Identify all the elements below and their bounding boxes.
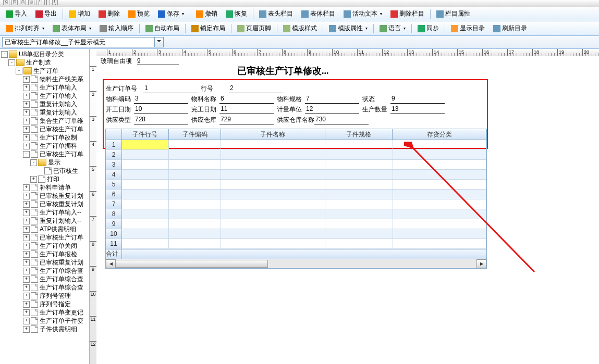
lock-layout-button[interactable]: 锁定布局 — [188, 22, 229, 34]
grid-cell[interactable] — [221, 209, 325, 219]
tpl-style-button[interactable]: 模版样式 — [279, 22, 321, 34]
scroll-left-button[interactable]: ◀ — [106, 259, 116, 268]
field-value[interactable]: 3 — [134, 95, 188, 104]
expand-icon[interactable]: + — [23, 276, 30, 283]
expand-icon[interactable]: + — [23, 259, 30, 266]
grid-cell[interactable] — [169, 180, 221, 190]
field-value[interactable]: 9 — [390, 95, 445, 104]
expand-icon[interactable]: + — [23, 118, 30, 124]
grid-cell[interactable] — [122, 190, 169, 199]
tree-item[interactable]: +已审核重复计划 — [0, 192, 89, 200]
grid-cell[interactable] — [122, 180, 169, 190]
expand-icon[interactable]: - — [30, 159, 37, 166]
tree-item[interactable]: +生产订单综合查 — [0, 275, 89, 283]
field-value[interactable]: 7 — [305, 95, 359, 104]
grid-cell[interactable] — [393, 170, 486, 180]
grid-cell[interactable] — [325, 209, 393, 219]
tree-item[interactable]: +ATP供需明细 — [0, 225, 89, 233]
tree-item[interactable]: +生产订单变更记 — [0, 308, 89, 317]
grid-cell[interactable] — [169, 140, 221, 150]
table-row[interactable]: 4 — [106, 170, 486, 180]
expand-icon[interactable]: + — [23, 293, 30, 299]
grid-cell[interactable] — [221, 239, 325, 249]
expand-icon[interactable]: + — [23, 76, 30, 83]
grid-column-header[interactable]: 存货分类 — [393, 129, 486, 140]
header-footer-button[interactable]: 页眉页脚 — [234, 22, 275, 34]
grid-cell[interactable] — [325, 239, 393, 249]
tree-item[interactable]: +生产订单输入 — [0, 83, 89, 92]
grid-cell[interactable] — [122, 150, 169, 160]
expand-icon[interactable]: + — [23, 226, 30, 233]
save-button[interactable]: 保存▾ — [154, 8, 188, 20]
field-value[interactable]: 2 — [229, 84, 283, 93]
tree-item[interactable]: +生产订单综合查 — [0, 283, 89, 292]
field-value[interactable]: 729 — [219, 116, 274, 124]
table-row[interactable]: 7 — [106, 199, 486, 209]
grid-cell[interactable] — [169, 209, 221, 219]
grid-cell[interactable] — [221, 199, 325, 209]
align-button[interactable]: 排列对齐▾ — [2, 22, 48, 34]
expand-icon[interactable]: + — [23, 309, 30, 316]
field-value[interactable]: 728 — [134, 116, 188, 124]
expand-icon[interactable]: + — [23, 251, 30, 258]
delete-button[interactable]: 删除 — [95, 8, 124, 20]
form-field[interactable]: 状态9 — [362, 95, 445, 104]
grid-cell[interactable] — [221, 140, 325, 150]
tree-item[interactable]: +生产订单子件变 — [0, 317, 89, 325]
grid-column-header[interactable]: 子件名称 — [221, 129, 325, 140]
tree-item[interactable]: +集合生产订单维 — [0, 117, 89, 125]
expand-icon[interactable]: + — [30, 176, 37, 183]
grid-cell[interactable] — [325, 229, 393, 239]
grid-cell[interactable] — [122, 229, 169, 239]
tree-item[interactable]: +重复计划输入-- — [0, 217, 89, 225]
table-row[interactable]: 3 — [106, 160, 486, 170]
tree-item[interactable]: -显示 — [0, 158, 89, 167]
form-field[interactable]: 供应仓库729 — [191, 116, 274, 124]
table-row[interactable]: 10 — [106, 229, 486, 239]
auto-layout-button[interactable]: 自动布局 — [142, 22, 183, 34]
active-text-button[interactable]: 活动文本▾ — [340, 8, 386, 20]
expand-icon[interactable]: + — [23, 126, 30, 133]
form-field[interactable]: 供应仓库名称730 — [277, 116, 369, 124]
expand-icon[interactable]: + — [23, 301, 30, 308]
sync-button[interactable]: 同步 — [414, 22, 443, 34]
expand-icon[interactable]: + — [23, 209, 30, 216]
grid-cell[interactable] — [169, 239, 221, 249]
add-button[interactable]: 增加 — [65, 8, 94, 20]
body-cols-button[interactable]: 表体栏目 — [298, 8, 339, 20]
form-field[interactable]: 生产订单号1 — [106, 84, 198, 93]
tree-item[interactable]: +生产订单报检 — [0, 250, 89, 258]
tree-item[interactable]: +生产订单输入 — [0, 92, 89, 100]
grid-cell[interactable] — [325, 140, 393, 150]
grid-cell[interactable] — [221, 190, 325, 199]
grid-cell[interactable] — [325, 170, 393, 180]
field-value[interactable]: 11 — [219, 105, 274, 114]
template-combo[interactable]: 已审核生产订单修改__子件显示模无 — [2, 37, 164, 47]
expand-icon[interactable]: + — [23, 193, 30, 199]
expand-icon[interactable]: + — [23, 326, 30, 333]
expand-icon[interactable]: + — [23, 234, 30, 241]
grid-cell[interactable] — [169, 229, 221, 239]
input-order-button[interactable]: 输入顺序 — [96, 22, 137, 34]
tree-item[interactable]: +生产订单改制 — [0, 133, 89, 142]
tree-item[interactable]: -已审核生产订单 — [0, 150, 89, 158]
field-value[interactable]: 730 — [314, 116, 369, 124]
expand-icon[interactable]: - — [16, 68, 22, 74]
grid-cell[interactable] — [169, 160, 221, 170]
grid-cell[interactable] — [122, 160, 169, 170]
grid-cell[interactable] — [221, 229, 325, 239]
tree-item[interactable]: +打印 — [0, 175, 89, 183]
grid-cell[interactable] — [325, 160, 393, 170]
grid-cell[interactable] — [393, 229, 486, 239]
grid-cell[interactable] — [393, 239, 486, 249]
form-field[interactable]: 计量单位12 — [277, 105, 359, 114]
language-button[interactable]: 语言▾ — [376, 22, 409, 34]
tree-item[interactable]: +已审核重复计划 — [0, 258, 89, 267]
col-props-button[interactable]: 栏目属性 — [433, 8, 474, 20]
field-value[interactable]: 10 — [134, 105, 188, 114]
grid-cell[interactable] — [169, 199, 221, 209]
tree-item[interactable]: +重复计划输入 — [0, 100, 89, 108]
tree-item[interactable]: +子件供需明细 — [0, 325, 89, 333]
export-button[interactable]: 导出 — [32, 8, 60, 20]
undo-button[interactable]: 撤销 — [192, 8, 221, 20]
